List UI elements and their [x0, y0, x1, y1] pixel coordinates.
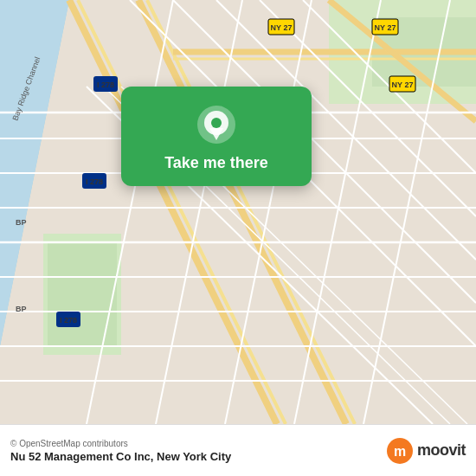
- svg-text:I 278: I 278: [60, 316, 77, 325]
- map-background: I 278 I 278 I 278 NY 27 NY 27 NY 27 BP B…: [0, 0, 476, 424]
- svg-text:BP: BP: [16, 218, 27, 227]
- location-pin-icon: [196, 104, 237, 145]
- svg-text:I 278: I 278: [97, 80, 114, 89]
- moovit-brand-text: moovit: [417, 441, 466, 460]
- bottom-bar: © OpenStreetMap contributors Nu 52 Manag…: [0, 424, 476, 476]
- svg-text:NY 27: NY 27: [392, 80, 414, 89]
- moovit-brand-icon: m: [386, 437, 414, 465]
- svg-text:I 278: I 278: [86, 177, 103, 186]
- svg-text:BP: BP: [16, 305, 27, 313]
- svg-text:m: m: [394, 444, 406, 459]
- take-me-there-card[interactable]: Take me there: [121, 87, 312, 186]
- svg-text:NY 27: NY 27: [375, 23, 396, 32]
- svg-point-53: [211, 118, 222, 128]
- bottom-left: © OpenStreetMap contributors Nu 52 Manag…: [10, 439, 231, 463]
- svg-text:NY 27: NY 27: [271, 23, 293, 32]
- moovit-logo: m moovit: [386, 437, 466, 465]
- map-container: I 278 I 278 I 278 NY 27 NY 27 NY 27 BP B…: [0, 0, 476, 424]
- location-name: Nu 52 Management Co Inc, New York City: [10, 450, 231, 463]
- take-me-there-button-label: Take me there: [164, 154, 268, 172]
- attribution-text: © OpenStreetMap contributors: [10, 439, 231, 448]
